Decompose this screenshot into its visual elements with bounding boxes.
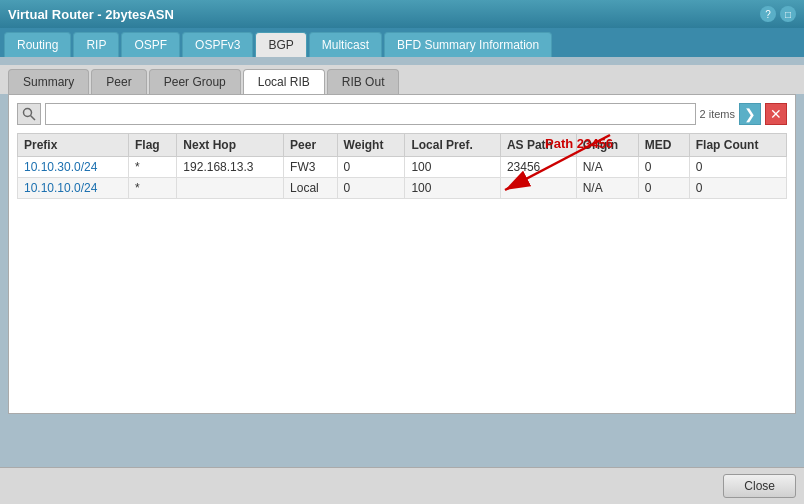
subtab-summary[interactable]: Summary: [8, 69, 89, 94]
cell-peer-0: FW3: [284, 157, 338, 178]
tab-rip[interactable]: RIP: [73, 32, 119, 57]
col-origin: Origin: [576, 134, 638, 157]
table-header-row: Prefix Flag Next Hop Peer Weight Local P…: [18, 134, 787, 157]
subtab-peer-group[interactable]: Peer Group: [149, 69, 241, 94]
cell-next-hop-0: 192.168.13.3: [177, 157, 284, 178]
title-bar: Virtual Router - 2bytesASN ? □: [0, 0, 804, 28]
svg-line-1: [31, 116, 36, 121]
search-bar: 2 items ❯ ✕: [17, 103, 787, 125]
subtab-peer[interactable]: Peer: [91, 69, 146, 94]
main-content: Summary Peer Peer Group Local RIB RIB Ou…: [0, 57, 804, 504]
cell-weight-1: 0: [337, 178, 405, 199]
search-go-button[interactable]: ❯: [739, 103, 761, 125]
cell-flap-count-1: 0: [689, 178, 786, 199]
cell-prefix-1[interactable]: 10.10.10.0/24: [18, 178, 129, 199]
table-row: 10.10.30.0/24 * 192.168.13.3 FW3 0 100 2…: [18, 157, 787, 178]
col-flag: Flag: [128, 134, 176, 157]
search-clear-button[interactable]: ✕: [765, 103, 787, 125]
content-panel: 2 items ❯ ✕ Prefix Flag Next Hop Peer We…: [8, 94, 796, 414]
cell-med-1: 0: [638, 178, 689, 199]
col-peer: Peer: [284, 134, 338, 157]
cell-flap-count-0: 0: [689, 157, 786, 178]
tab-bfd[interactable]: BFD Summary Information: [384, 32, 552, 57]
col-weight: Weight: [337, 134, 405, 157]
title-bar-icons: ? □: [760, 6, 796, 22]
cell-local-pref-0: 100: [405, 157, 501, 178]
tab-bgp[interactable]: BGP: [255, 32, 306, 57]
maximize-icon[interactable]: □: [780, 6, 796, 22]
table-row: 10.10.10.0/24 * Local 0 100 N/A 0 0: [18, 178, 787, 199]
main-layout: Virtual Router - 2bytesASN ? □ Routing R…: [0, 0, 804, 504]
data-table: Prefix Flag Next Hop Peer Weight Local P…: [17, 133, 787, 199]
close-button[interactable]: Close: [723, 474, 796, 498]
tab-ospfv3[interactable]: OSPFv3: [182, 32, 253, 57]
items-count: 2 items: [700, 108, 735, 120]
cell-peer-1: Local: [284, 178, 338, 199]
col-next-hop: Next Hop: [177, 134, 284, 157]
cell-prefix-0[interactable]: 10.10.30.0/24: [18, 157, 129, 178]
tab-ospf[interactable]: OSPF: [121, 32, 180, 57]
sub-tab-bar: Summary Peer Peer Group Local RIB RIB Ou…: [0, 65, 804, 94]
cell-flag-0: *: [128, 157, 176, 178]
bottom-bar: Close: [0, 467, 804, 504]
search-icon-wrap: [17, 103, 41, 125]
help-icon[interactable]: ?: [760, 6, 776, 22]
search-input[interactable]: [45, 103, 696, 125]
cell-med-0: 0: [638, 157, 689, 178]
main-tab-bar: Routing RIP OSPF OSPFv3 BGP Multicast BF…: [0, 28, 804, 57]
col-med: MED: [638, 134, 689, 157]
cell-flag-1: *: [128, 178, 176, 199]
col-as-path: AS Path: [500, 134, 576, 157]
cell-next-hop-1: [177, 178, 284, 199]
subtab-rib-out[interactable]: RIB Out: [327, 69, 400, 94]
cell-as-path-0: 23456: [500, 157, 576, 178]
search-icon: [22, 107, 36, 121]
subtab-local-rib[interactable]: Local RIB: [243, 69, 325, 94]
tab-multicast[interactable]: Multicast: [309, 32, 382, 57]
cell-origin-0: N/A: [576, 157, 638, 178]
cell-weight-0: 0: [337, 157, 405, 178]
cell-as-path-1: [500, 178, 576, 199]
col-flap-count: Flap Count: [689, 134, 786, 157]
col-local-pref: Local Pref.: [405, 134, 501, 157]
col-prefix: Prefix: [18, 134, 129, 157]
cell-local-pref-1: 100: [405, 178, 501, 199]
window-title: Virtual Router - 2bytesASN: [8, 7, 174, 22]
tab-routing[interactable]: Routing: [4, 32, 71, 57]
svg-point-0: [24, 109, 32, 117]
cell-origin-1: N/A: [576, 178, 638, 199]
